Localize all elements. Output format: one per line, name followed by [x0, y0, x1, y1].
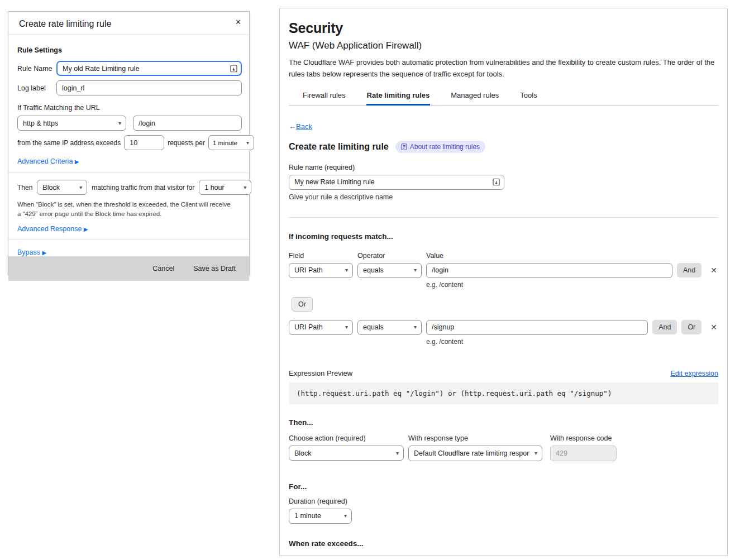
- chevron-down-icon: ▾: [244, 184, 246, 190]
- back-arrow-icon: ←: [289, 122, 296, 131]
- save-as-draft-button[interactable]: Save as Draft: [193, 265, 236, 272]
- operator-select-value: equals: [363, 323, 384, 331]
- chevron-down-icon: ▾: [534, 450, 537, 456]
- block-duration-value: 1 hour: [204, 184, 224, 192]
- response-type-label: With response type: [408, 434, 550, 442]
- expression-preview-code: (http.request.uri.path eq "/login") or (…: [289, 382, 718, 404]
- chevron-down-icon: ▾: [344, 513, 347, 519]
- dialog-header: Create rate limiting rule ✕: [8, 12, 249, 35]
- chevron-down-icon: ▾: [414, 324, 417, 330]
- advanced-response-link[interactable]: Advanced Response ▶: [17, 225, 88, 233]
- operator-select-value: equals: [363, 266, 384, 274]
- back-link[interactable]: ←Back: [289, 122, 312, 131]
- action-select-value: Block: [294, 449, 312, 457]
- log-label-label: Log label: [17, 84, 56, 92]
- tab-managed-rules[interactable]: Managed rules: [450, 89, 499, 105]
- rule-name-help: Give your rule a descriptive name: [289, 193, 718, 201]
- chevron-down-icon: ▾: [246, 140, 249, 145]
- value-hint: e.g. /content: [426, 338, 718, 346]
- action-label: Choose action (required): [289, 434, 408, 442]
- block-note-text: When “Block” is set, when the threshold …: [17, 200, 235, 219]
- document-icon: [401, 143, 407, 150]
- tab-rate-limiting-rules[interactable]: Rate limiting rules: [366, 89, 431, 105]
- divider: [8, 173, 249, 173]
- block-duration-select[interactable]: 1 hour ▾: [199, 180, 251, 195]
- close-icon[interactable]: ✕: [709, 323, 718, 332]
- bypass-link[interactable]: Bypass ▶: [17, 248, 46, 256]
- operator-select[interactable]: equals ▾: [357, 320, 422, 335]
- rule-name-input[interactable]: [56, 61, 242, 76]
- autofill-icon: [230, 65, 237, 72]
- close-icon[interactable]: ✕: [709, 266, 718, 275]
- scheme-select-value: http & https: [23, 119, 58, 127]
- for-heading: For...: [289, 482, 718, 491]
- advanced-criteria-label: Advanced Criteria: [17, 157, 73, 165]
- disclosure-icon: ▶: [75, 159, 79, 165]
- bypass-label: Bypass: [17, 248, 40, 256]
- value-hint: e.g. /content: [426, 281, 718, 289]
- match-heading: If incoming requests match...: [289, 232, 718, 241]
- or-button[interactable]: Or: [681, 320, 701, 334]
- operator-select[interactable]: equals ▾: [357, 263, 422, 278]
- field-select-value: URI Path: [294, 323, 323, 331]
- badge-label: About rate limiting rules: [410, 143, 480, 151]
- rule-name-label: Rule name (required): [289, 164, 718, 171]
- expression-preview-label: Expression Preview: [289, 369, 352, 377]
- field-select[interactable]: URI Path ▾: [289, 320, 353, 335]
- condition-row: URI Path ▾ equals ▾ And ✕: [289, 263, 718, 278]
- threshold-prefix-text: from the same IP address exceeds: [17, 139, 121, 147]
- action-select-value: Block: [42, 184, 60, 192]
- chevron-down-icon: ▾: [414, 267, 417, 273]
- edit-expression-link[interactable]: Edit expression: [671, 370, 718, 377]
- duration-select[interactable]: 1 minute ▾: [289, 509, 352, 524]
- scheme-select[interactable]: http & https ▾: [17, 116, 126, 131]
- response-type-select[interactable]: Default Cloudflare rate limiting respons…: [408, 446, 542, 461]
- threshold-input[interactable]: [124, 135, 164, 150]
- tab-firewall-rules[interactable]: Firewall rules: [302, 89, 346, 105]
- about-rate-limiting-badge[interactable]: About rate limiting rules: [395, 141, 485, 153]
- operator-column-label: Operator: [357, 252, 426, 260]
- autofill-icon: [493, 179, 500, 186]
- disclosure-icon: ▶: [42, 250, 46, 256]
- or-button[interactable]: Or: [292, 297, 313, 312]
- log-label-input[interactable]: [56, 80, 242, 95]
- create-rate-limiting-rule-dialog: Create rate limiting rule ✕ Rule Setting…: [8, 11, 250, 275]
- rule-settings-heading: Rule Settings: [17, 46, 242, 54]
- period-select[interactable]: 1 minute ▾: [208, 135, 254, 150]
- cancel-button[interactable]: Cancel: [152, 265, 174, 272]
- rule-name-label: Rule Name: [17, 65, 56, 73]
- close-icon[interactable]: ✕: [235, 18, 241, 26]
- response-code-label: With response code: [550, 434, 612, 442]
- duration-select-value: 1 minute: [294, 512, 321, 520]
- threshold-middle-text: requests per: [168, 139, 205, 147]
- action-select[interactable]: Block ▾: [289, 446, 404, 461]
- dialog-title: Create rate limiting rule: [19, 19, 111, 28]
- then-middle-text: matching traffic from that visitor for: [92, 184, 194, 192]
- field-select[interactable]: URI Path ▾: [289, 263, 353, 278]
- response-type-value: Default Cloudflare rate limiting respons…: [414, 449, 529, 457]
- period-label: Period (required): [351, 555, 404, 556]
- and-button[interactable]: And: [652, 320, 677, 334]
- rule-name-input[interactable]: [289, 175, 504, 190]
- page-title: Security: [289, 20, 718, 36]
- chevron-down-icon: ▾: [345, 267, 348, 273]
- rate-heading: When rate exceeds...: [289, 539, 718, 548]
- back-label: Back: [296, 122, 312, 131]
- security-waf-panel: Security WAF (Web Application Firewall) …: [279, 8, 728, 556]
- advanced-response-label: Advanced Response: [17, 225, 82, 233]
- and-button[interactable]: And: [677, 263, 701, 277]
- value-input[interactable]: [426, 320, 648, 335]
- condition-row: URI Path ▾ equals ▾ And Or ✕: [289, 320, 718, 335]
- response-code-input: [550, 446, 617, 461]
- action-select[interactable]: Block ▾: [37, 180, 87, 195]
- field-select-value: URI Path: [294, 266, 323, 274]
- duration-label: Duration (required): [289, 497, 718, 505]
- chevron-down-icon: ▾: [345, 324, 348, 330]
- value-input[interactable]: [426, 263, 672, 278]
- advanced-criteria-link[interactable]: Advanced Criteria ▶: [17, 157, 79, 165]
- dialog-footer: Cancel Save as Draft: [8, 256, 249, 281]
- rules-tabs: Firewall rules Rate limiting rules Manag…: [289, 89, 718, 106]
- create-rule-heading: Create rate limiting rule: [289, 142, 389, 152]
- tab-tools[interactable]: Tools: [519, 89, 537, 105]
- url-input[interactable]: [133, 116, 242, 131]
